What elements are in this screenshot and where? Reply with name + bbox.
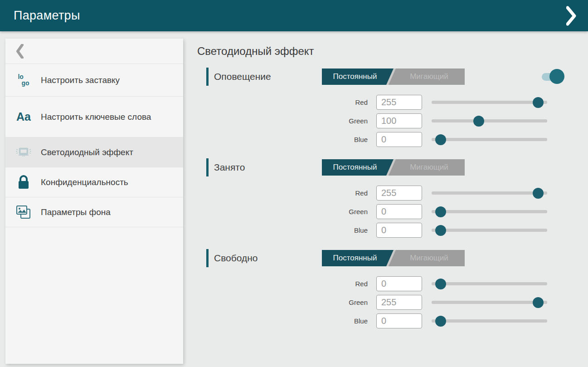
back-button[interactable] [5, 39, 183, 64]
channel-row-green: Green [206, 204, 564, 219]
logo-icon: logo [15, 74, 32, 86]
mode-blinking-button[interactable]: Мигающий [394, 69, 465, 85]
section-title: Оповещение [214, 71, 322, 82]
slider-thumb[interactable] [435, 206, 446, 217]
channel-label: Blue [206, 317, 368, 325]
mode-blinking-button[interactable]: Мигающий [394, 159, 465, 176]
sidebar-item-led-effect[interactable]: Светодиодный эффект [5, 137, 183, 167]
sidebar: logo Настроить заставку Aa Настроить клю… [5, 39, 183, 364]
slider-thumb[interactable] [435, 279, 446, 289]
sidebar-item-label: Светодиодный эффект [41, 147, 141, 158]
forward-button[interactable] [561, 4, 582, 28]
channel-row-green: Green [206, 113, 564, 128]
channel-row-blue: Blue [206, 313, 564, 328]
red-slider[interactable] [432, 191, 547, 195]
background-image-icon [15, 205, 32, 220]
section-accent-bar [206, 158, 209, 176]
mode-blinking-button[interactable]: Мигающий [394, 250, 465, 266]
app-header: Параметры [0, 0, 588, 31]
led-screen-icon [15, 145, 32, 160]
channel-row-red: Red [206, 186, 564, 201]
blue-value-input[interactable] [376, 132, 422, 147]
red-slider[interactable] [432, 282, 547, 285]
slider-thumb[interactable] [473, 116, 484, 127]
mode-toggle: Постоянный Мигающий [322, 159, 465, 176]
green-slider[interactable] [432, 119, 547, 122]
mode-toggle: Постоянный Мигающий [322, 250, 465, 266]
keywords-icon: Aa [15, 110, 32, 123]
slider-thumb[interactable] [435, 316, 446, 327]
channel-label: Red [206, 189, 368, 197]
section-busy: Занято Постоянный Мигающий Red Green [206, 158, 564, 238]
channel-label: Blue [206, 226, 368, 234]
led-enable-switch[interactable] [542, 69, 564, 85]
section-title: Свободно [214, 253, 322, 264]
sidebar-item-label: Настроить ключевые слова [41, 111, 159, 123]
channel-row-blue: Blue [206, 132, 564, 147]
slider-thumb[interactable] [435, 134, 446, 145]
sidebar-item-keywords[interactable]: Aa Настроить ключевые слова [5, 97, 183, 137]
blue-value-input[interactable] [376, 313, 422, 328]
blue-value-input[interactable] [376, 223, 422, 238]
mode-toggle: Постоянный Мигающий [322, 69, 465, 85]
mode-solid-button[interactable]: Постоянный [322, 69, 388, 85]
sidebar-item-splash[interactable]: logo Настроить заставку [5, 64, 183, 97]
section-accent-bar [206, 68, 209, 86]
section-notification: Оповещение Постоянный Мигающий Red [206, 68, 564, 147]
mode-solid-button[interactable]: Постоянный [322, 159, 388, 176]
blue-slider[interactable] [432, 319, 547, 323]
sidebar-item-privacy[interactable]: Конфиденциальность [5, 167, 183, 197]
green-value-input[interactable] [376, 113, 422, 128]
slider-thumb[interactable] [533, 188, 544, 199]
section-title: Занято [214, 162, 322, 173]
green-value-input[interactable] [376, 295, 422, 310]
red-value-input[interactable] [376, 186, 422, 201]
green-value-input[interactable] [376, 204, 422, 219]
channel-row-blue: Blue [206, 223, 564, 238]
sidebar-item-label: Параметры фона [41, 206, 119, 218]
slider-thumb[interactable] [533, 97, 544, 108]
panel-title: Светодиодный эффект [197, 45, 588, 58]
channel-label: Blue [206, 136, 368, 143]
green-slider[interactable] [432, 210, 547, 213]
channel-label: Red [206, 280, 368, 288]
green-slider[interactable] [432, 301, 547, 304]
red-slider[interactable] [432, 101, 547, 104]
led-effect-panel: Светодиодный эффект Оповещение Постоянны… [183, 31, 588, 367]
channel-label: Green [206, 117, 368, 125]
channel-row-green: Green [206, 295, 564, 310]
page-title: Параметры [14, 9, 80, 23]
sidebar-item-background[interactable]: Параметры фона [5, 197, 183, 227]
blue-slider[interactable] [432, 138, 547, 141]
blue-slider[interactable] [432, 229, 547, 232]
sidebar-item-label: Настроить заставку [41, 74, 128, 86]
sidebar-item-label: Конфиденциальность [41, 176, 136, 188]
channel-row-red: Red [206, 95, 564, 110]
chevron-right-icon [566, 6, 576, 26]
lock-icon [15, 175, 32, 190]
channel-label: Green [206, 208, 368, 215]
red-value-input[interactable] [376, 95, 422, 110]
channel-row-red: Red [206, 276, 564, 291]
channel-label: Red [206, 98, 368, 106]
slider-thumb[interactable] [533, 297, 544, 308]
channel-label: Green [206, 298, 368, 306]
section-accent-bar [206, 249, 209, 267]
switch-knob [549, 69, 564, 84]
mode-solid-button[interactable]: Постоянный [322, 250, 388, 266]
chevron-left-icon [16, 44, 24, 59]
red-value-input[interactable] [376, 276, 422, 291]
slider-thumb[interactable] [435, 225, 446, 236]
section-free: Свободно Постоянный Мигающий Red Green [206, 249, 564, 328]
